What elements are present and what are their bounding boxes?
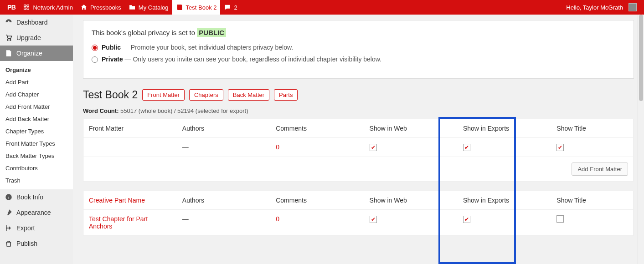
- publish-label: Publish: [16, 240, 37, 247]
- table-header-row: Creative Part Name Authors Comments Show…: [83, 191, 634, 210]
- sidebar-item-book-info[interactable]: i Book Info: [0, 189, 73, 205]
- col-show-web: Show in Web: [364, 191, 458, 210]
- col-front-matter: Front Matter: [83, 119, 177, 138]
- sidebar-item-dashboard[interactable]: Dashboard: [0, 15, 73, 30]
- chapters-button[interactable]: Chapters: [189, 89, 223, 101]
- bag-icon: [5, 239, 13, 248]
- export-icon: [5, 224, 13, 232]
- dashboard-icon: [5, 18, 13, 26]
- sidebar-item-organize[interactable]: Organize: [0, 46, 73, 61]
- word-count: Word Count: 55017 (whole book) / 52194 (…: [83, 107, 634, 114]
- add-front-matter-button[interactable]: Add Front Matter: [572, 162, 628, 176]
- upgrade-label: Upgrade: [16, 34, 41, 41]
- privacy-private-option[interactable]: Private — Only users you invite can see …: [92, 56, 625, 63]
- submenu-chapter-types[interactable]: Chapter Types: [0, 125, 73, 137]
- avatar: [629, 3, 637, 11]
- cart-icon: [5, 34, 13, 42]
- sidebar-item-upgrade[interactable]: Upgrade: [0, 30, 73, 46]
- privacy-headline: This book's global privacy is set to PUB…: [92, 29, 625, 36]
- network-admin-label: Network Admin: [33, 4, 72, 11]
- fm-show-web-checkbox[interactable]: [370, 144, 377, 151]
- svg-text:i: i: [8, 195, 9, 200]
- folder-icon: [129, 4, 136, 11]
- sidebar-item-export[interactable]: Export: [0, 220, 73, 236]
- col-show-exports: Show in Exports: [458, 119, 551, 138]
- table-header-row: Front Matter Authors Comments Show in We…: [83, 119, 634, 138]
- network-admin-link[interactable]: Network Admin: [19, 0, 76, 15]
- home-icon: [80, 4, 88, 11]
- front-matter-table: Front Matter Authors Comments Show in We…: [83, 119, 634, 182]
- appearance-label: Appearance: [16, 209, 51, 216]
- chapter-show-title-checkbox[interactable]: [556, 215, 564, 223]
- submenu-add-part[interactable]: Add Part: [0, 76, 73, 88]
- col-show-title: Show Title: [551, 191, 634, 210]
- parts-button[interactable]: Parts: [274, 89, 298, 101]
- comments-count: 2: [234, 4, 237, 11]
- info-icon: i: [5, 193, 13, 201]
- comment-icon: [224, 4, 231, 11]
- submenu-add-front-matter[interactable]: Add Front Matter: [0, 101, 73, 113]
- page-title: Test Book 2: [83, 89, 138, 101]
- organize-submenu: Organize Add Part Add Chapter Add Front …: [0, 61, 73, 189]
- chapter-show-exports-checkbox[interactable]: [463, 216, 470, 223]
- comments-link[interactable]: 2: [220, 0, 241, 15]
- chapter-show-web-checkbox[interactable]: [370, 216, 377, 223]
- part-name-header[interactable]: Creative Part Name: [83, 191, 177, 210]
- pressbooks-label: Pressbooks: [90, 4, 121, 11]
- col-authors: Authors: [177, 119, 270, 138]
- user-greeting[interactable]: Hello, Taylor McGrath: [562, 0, 640, 15]
- table-row: — 0: [83, 138, 634, 157]
- current-book-label: Test Book 2: [186, 4, 217, 11]
- current-book-link[interactable]: Test Book 2: [172, 0, 221, 15]
- chapter-name[interactable]: Test Chapter for Part Anchors: [83, 210, 177, 236]
- submenu-front-matter-types[interactable]: Front Matter Types: [0, 137, 73, 150]
- scrollbar-thumb[interactable]: [639, 15, 643, 101]
- dashboard-label: Dashboard: [16, 19, 48, 26]
- admin-bar: PB Network Admin Pressbooks My Catalog T…: [0, 0, 644, 15]
- col-authors: Authors: [177, 191, 270, 210]
- table-row: Test Chapter for Part Anchors — 0: [83, 210, 634, 236]
- submenu-organize[interactable]: Organize: [0, 64, 73, 76]
- back-matter-button[interactable]: Back Matter: [228, 89, 269, 101]
- submenu-trash[interactable]: Trash: [0, 174, 73, 187]
- col-comments: Comments: [270, 191, 364, 210]
- privacy-public-option[interactable]: Public — Promote your book, set individu…: [92, 44, 625, 51]
- submenu-contributors[interactable]: Contributors: [0, 162, 73, 174]
- submenu-add-back-matter[interactable]: Add Back Matter: [0, 113, 73, 125]
- col-show-web: Show in Web: [364, 119, 458, 138]
- my-catalog-label: My Catalog: [139, 4, 169, 11]
- fm-show-title-checkbox[interactable]: [556, 144, 564, 151]
- col-show-exports: Show in Exports: [458, 191, 551, 210]
- admin-sidebar: Dashboard Upgrade Organize Organize Add …: [0, 15, 73, 264]
- submenu-add-chapter[interactable]: Add Chapter: [0, 88, 73, 101]
- scrollbar[interactable]: [638, 15, 644, 264]
- pressbooks-link[interactable]: Pressbooks: [77, 0, 125, 15]
- fm-show-exports-checkbox[interactable]: [463, 144, 470, 151]
- privacy-box: This book's global privacy is set to PUB…: [83, 20, 634, 79]
- table-footer-row: Add Front Matter: [83, 157, 634, 182]
- organize-label: Organize: [16, 50, 42, 57]
- public-badge: PUBLIC: [197, 28, 226, 37]
- document-icon: [5, 49, 13, 57]
- public-radio[interactable]: [92, 45, 98, 51]
- chapter-comments[interactable]: 0: [270, 210, 364, 236]
- sidebar-item-appearance[interactable]: Appearance: [0, 205, 73, 220]
- book-info-label: Book Info: [16, 193, 43, 201]
- pb-logo[interactable]: PB: [4, 0, 19, 15]
- sidebar-item-publish[interactable]: Publish: [0, 236, 73, 251]
- private-radio[interactable]: [92, 56, 98, 63]
- main-content: This book's global privacy is set to PUB…: [73, 15, 644, 264]
- title-row: Test Book 2 Front Matter Chapters Back M…: [83, 89, 634, 101]
- greeting-text: Hello, Taylor McGrath: [566, 4, 623, 11]
- export-label: Export: [16, 224, 35, 232]
- col-show-title: Show Title: [551, 119, 634, 138]
- brush-icon: [5, 208, 13, 217]
- col-comments: Comments: [270, 119, 364, 138]
- front-matter-button[interactable]: Front Matter: [142, 89, 185, 101]
- chapter-authors: —: [177, 210, 270, 236]
- book-icon: [176, 4, 183, 11]
- my-catalog-link[interactable]: My Catalog: [125, 0, 172, 15]
- submenu-back-matter-types[interactable]: Back Matter Types: [0, 150, 73, 162]
- fm-comments[interactable]: 0: [270, 138, 364, 157]
- fm-authors: —: [177, 138, 270, 157]
